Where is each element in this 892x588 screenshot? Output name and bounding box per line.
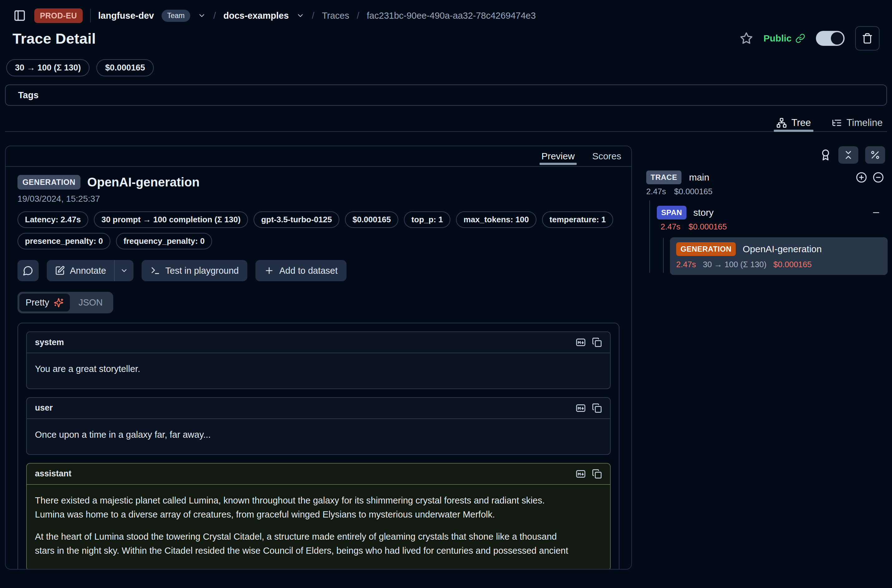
delete-trace-button[interactable] (855, 26, 880, 51)
pretty-label: Pretty (26, 297, 49, 308)
org-plan-badge: Team (162, 10, 190, 22)
messages-container: system You are a great storyteller. user (18, 322, 619, 570)
trace-latency: 2.47s (646, 187, 666, 196)
generation-metrics: 2.47s 30 → 100 (Σ 130) $0.000165 (676, 260, 881, 269)
tree-icon (776, 117, 787, 128)
copy-icon[interactable] (592, 403, 602, 413)
panel-left-icon (14, 9, 26, 22)
message-user: user Once upon a time in a galaxy far, f… (26, 397, 611, 455)
annotate-label: Annotate (70, 266, 106, 276)
breadcrumb-separator: / (213, 10, 216, 21)
message-header: system (27, 332, 610, 353)
copy-icon[interactable] (592, 338, 602, 347)
trace-name: main (689, 172, 709, 183)
observation-body: GENERATION OpenAI-generation 19/03/2024,… (6, 167, 631, 570)
observation-name: OpenAI-generation (87, 175, 200, 189)
comment-icon (23, 266, 33, 276)
tab-scores[interactable]: Scores (590, 146, 623, 166)
presence-penalty-badge: presence_penalty: 0 (18, 233, 110, 249)
pen-square-icon (55, 266, 65, 276)
span-name: story (693, 207, 713, 218)
markdown-toggle-icon[interactable] (576, 469, 586, 479)
tab-preview[interactable]: Preview (539, 146, 577, 166)
cost-badge: $0.000165 (345, 212, 398, 228)
generation-usage: 30 → 100 (Σ 130) (703, 260, 767, 269)
span-collapse-button[interactable] (871, 208, 887, 217)
percent-icon (870, 150, 880, 160)
tree-node-span[interactable]: SPAN story (657, 206, 887, 219)
metrics-toggle-button[interactable] (865, 146, 885, 164)
minus-icon (871, 208, 881, 217)
observation-timestamp: 19/03/2024, 15:25:37 (18, 194, 619, 204)
breadcrumb: PROD-EU langfuse-dev Team / docs-example… (0, 0, 892, 22)
view-tabs: Tree Timeline (5, 114, 887, 132)
tree-toolbar (643, 146, 887, 164)
generation-name: OpenAI-generation (743, 244, 822, 254)
add-to-dataset-button[interactable]: Add to dataset (255, 260, 346, 281)
copy-icon[interactable] (592, 469, 602, 479)
public-visibility-toggle[interactable] (816, 31, 845, 46)
message-content: Once upon a time in a galaxy far, far aw… (27, 419, 610, 454)
message-role: system (35, 338, 64, 347)
scores-award-button[interactable] (820, 149, 832, 161)
trace-tree-panel: TRACE main 2.47s $0.000165 SPAN story 2.… (643, 146, 887, 570)
minus-circle-icon[interactable] (872, 172, 884, 183)
tab-tree[interactable]: Tree (775, 114, 812, 131)
generation-type-badge: GENERATION (676, 242, 736, 256)
star-icon (740, 32, 753, 45)
collapse-all-button[interactable] (838, 146, 858, 164)
add-to-dataset-label: Add to dataset (279, 266, 338, 276)
markdown-toggle-icon[interactable] (576, 403, 586, 413)
tree-node-trace[interactable]: TRACE main (643, 171, 887, 184)
format-json-button[interactable]: JSON (70, 294, 111, 312)
generation-cost: $0.000165 (773, 260, 812, 269)
breadcrumb-traces-link[interactable]: Traces (322, 10, 349, 21)
generation-latency: 2.47s (676, 260, 696, 269)
top-p-badge: top_p: 1 (404, 212, 451, 228)
sidebar-toggle-button[interactable] (12, 8, 27, 23)
title-row: Trace Detail Public (0, 25, 892, 52)
tags-label: Tags (18, 90, 39, 100)
markdown-toggle-icon[interactable] (576, 338, 586, 347)
main-content: Preview Scores GENERATION OpenAI-generat… (0, 146, 892, 570)
panel-tabs: Preview Scores (6, 146, 631, 167)
title-actions: Public (740, 26, 880, 51)
page-title: Trace Detail (12, 30, 96, 47)
annotate-dropdown-button[interactable] (115, 260, 134, 281)
comments-button[interactable] (18, 260, 39, 281)
span-type-badge: SPAN (657, 206, 686, 219)
annotate-button[interactable]: Annotate (47, 260, 114, 281)
project-chevron-down-icon[interactable] (296, 12, 305, 20)
breadcrumb-org[interactable]: langfuse-dev (98, 10, 154, 21)
generation-row-header: GENERATION OpenAI-generation (676, 242, 881, 256)
trace-type-badge: TRACE (646, 171, 682, 184)
tab-timeline[interactable]: Timeline (830, 114, 884, 131)
span-metrics: 2.47s $0.000165 (657, 222, 887, 232)
format-toggle: Pretty JSON (18, 292, 113, 314)
breadcrumb-project[interactable]: docs-examples (223, 10, 289, 21)
playground-label: Test in playground (165, 266, 239, 276)
message-assistant: assistant There existed a majestic plane… (26, 463, 611, 570)
test-in-playground-button[interactable]: Test in playground (141, 260, 247, 281)
message-content: There existed a majestic planet called L… (27, 485, 610, 570)
plus-circle-icon[interactable] (856, 172, 867, 183)
latency-badge: Latency: 2.47s (18, 212, 88, 228)
public-link[interactable]: Public (763, 33, 805, 44)
tab-tree-label: Tree (791, 117, 811, 129)
bookmark-star-button[interactable] (740, 32, 753, 45)
temperature-badge: temperature: 1 (542, 212, 613, 228)
message-tools (576, 338, 602, 347)
tree-node-generation-selected[interactable]: GENERATION OpenAI-generation 2.47s 30 → … (670, 237, 887, 275)
max-tokens-badge: max_tokens: 100 (456, 212, 536, 228)
environment-badge[interactable]: PROD-EU (34, 8, 83, 23)
observation-badges-row-1: Latency: 2.47s 30 prompt → 100 completio… (18, 212, 619, 228)
message-system: system You are a great storyteller. (26, 332, 611, 389)
format-pretty-button[interactable]: Pretty (20, 294, 70, 312)
topbar-divider (90, 9, 91, 22)
tags-field[interactable]: Tags (5, 84, 887, 106)
org-chevron-down-icon[interactable] (198, 12, 206, 20)
message-tools (576, 403, 602, 413)
tree-connector-line (663, 238, 664, 273)
frequency-penalty-badge: frequency_penalty: 0 (116, 233, 212, 249)
observation-actions: Annotate Test in playground Add to datas… (18, 260, 619, 281)
